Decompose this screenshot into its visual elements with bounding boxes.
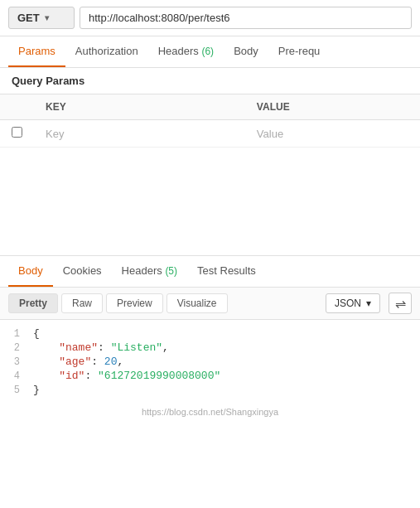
row-value[interactable]: Value [245, 120, 420, 148]
line-num-4: 4 [0, 370, 33, 382]
line-content-4: "id": "61272019990008000" [33, 370, 420, 382]
format-preview[interactable]: Preview [106, 293, 163, 313]
tab-authorization[interactable]: Authorization [65, 36, 148, 67]
th-key: KEY [34, 94, 245, 120]
top-tabs: Params Authorization Headers (6) Body Pr… [0, 36, 420, 68]
code-line-1: 1 { [0, 327, 420, 341]
json-format-select[interactable]: JSON ▾ [326, 293, 380, 313]
row-key[interactable]: Key [34, 120, 245, 148]
watermark: https://blog.csdn.net/Shangxingya [0, 404, 420, 420]
code-line-3: 3 "age": 20, [0, 355, 420, 369]
method-select[interactable]: GET ▾ [8, 7, 75, 29]
row-checkbox-cell [0, 120, 34, 148]
btab-body[interactable]: Body [8, 256, 53, 287]
code-area: 1 { 2 "name": "Listen", 3 "age": 20, 4 "… [0, 320, 420, 404]
method-label: GET [17, 12, 40, 24]
btab-cookies[interactable]: Cookies [53, 256, 112, 287]
line-num-5: 5 [0, 385, 33, 396]
json-chevron-icon: ▾ [366, 298, 371, 309]
wrap-button[interactable]: ⇌ [389, 293, 412, 314]
line-content-2: "name": "Listen", [33, 341, 420, 354]
format-raw[interactable]: Raw [61, 293, 103, 313]
format-pretty[interactable]: Pretty [8, 293, 58, 313]
url-bar: GET ▾ [0, 0, 420, 36]
line-num-3: 3 [0, 356, 33, 368]
empty-area [0, 148, 420, 255]
code-line-4: 4 "id": "61272019990008000" [0, 369, 420, 383]
tab-body[interactable]: Body [224, 36, 268, 67]
btab-test-results[interactable]: Test Results [187, 256, 266, 287]
format-visualize[interactable]: Visualize [167, 293, 228, 313]
code-line-5: 5 } [0, 383, 420, 397]
th-checkbox [0, 94, 34, 120]
bottom-tabs: Body Cookies Headers (5) Test Results [0, 255, 420, 288]
line-num-1: 1 [0, 328, 33, 340]
btab-headers[interactable]: Headers (5) [112, 256, 187, 287]
format-row: Pretty Raw Preview Visualize JSON ▾ ⇌ [0, 288, 420, 320]
json-format-label: JSON [335, 298, 361, 309]
chevron-down-icon: ▾ [45, 13, 49, 22]
row-checkbox[interactable] [12, 127, 22, 138]
tab-headers[interactable]: Headers (6) [148, 36, 224, 67]
line-num-2: 2 [0, 342, 33, 354]
line-content-1: { [33, 327, 420, 340]
code-line-2: 2 "name": "Listen", [0, 341, 420, 355]
wrap-icon: ⇌ [395, 296, 406, 312]
params-table: KEY VALUE Key Value [0, 94, 420, 148]
table-row: Key Value [0, 120, 420, 148]
url-input[interactable] [80, 7, 412, 29]
tab-params[interactable]: Params [8, 36, 65, 67]
line-content-5: } [33, 384, 420, 396]
line-content-3: "age": 20, [33, 356, 420, 368]
th-value: VALUE [245, 94, 420, 120]
tab-prerequ[interactable]: Pre-requ [268, 36, 331, 67]
query-params-label: Query Params [0, 68, 420, 94]
